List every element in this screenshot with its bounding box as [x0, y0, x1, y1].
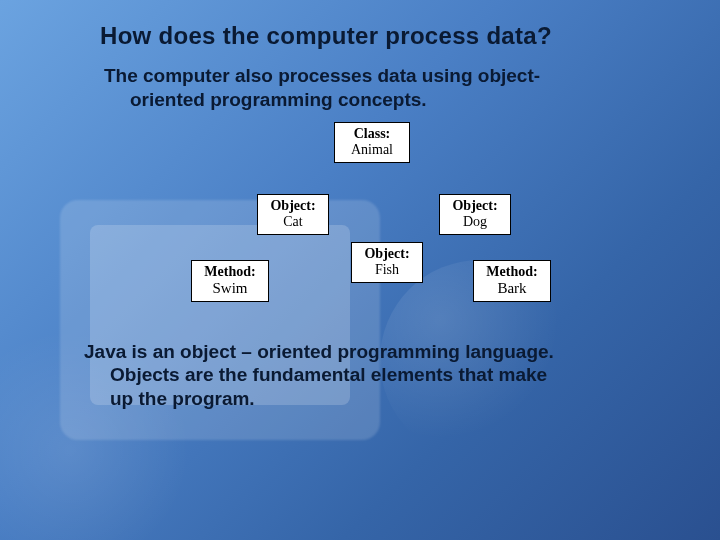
node-object-cat: Object: Cat	[257, 194, 329, 235]
node-value: Swim	[202, 280, 258, 297]
node-label: Object:	[268, 198, 318, 214]
slide: How does the computer process data? The …	[0, 0, 720, 540]
conclusion-line-3: up the program.	[84, 387, 672, 411]
node-value: Fish	[362, 262, 412, 278]
slide-title: How does the computer process data?	[100, 22, 672, 50]
conclusion-line-1: Java is an object – oriented programming…	[84, 341, 554, 362]
node-label: Method:	[484, 264, 540, 280]
node-value: Animal	[345, 142, 399, 158]
node-label: Object:	[362, 246, 412, 262]
node-label: Object:	[450, 198, 500, 214]
node-method-bark: Method: Bark	[473, 260, 551, 302]
conclusion-paragraph: Java is an object – oriented programming…	[80, 340, 672, 411]
node-object-fish: Object: Fish	[351, 242, 423, 283]
oop-diagram: Class: Animal Object: Cat Object: Dog Ob…	[171, 122, 601, 322]
conclusion-line-2: Objects are the fundamental elements tha…	[84, 363, 672, 387]
lead-paragraph: The computer also processes data using o…	[100, 64, 672, 112]
node-label: Method:	[202, 264, 258, 280]
lead-line-2: oriented programming concepts.	[104, 88, 672, 112]
node-class-animal: Class: Animal	[334, 122, 410, 163]
node-value: Dog	[450, 214, 500, 230]
node-object-dog: Object: Dog	[439, 194, 511, 235]
node-method-swim: Method: Swim	[191, 260, 269, 302]
node-label: Class:	[345, 126, 399, 142]
node-value: Bark	[484, 280, 540, 297]
node-value: Cat	[268, 214, 318, 230]
lead-line-1: The computer also processes data using o…	[104, 65, 540, 86]
